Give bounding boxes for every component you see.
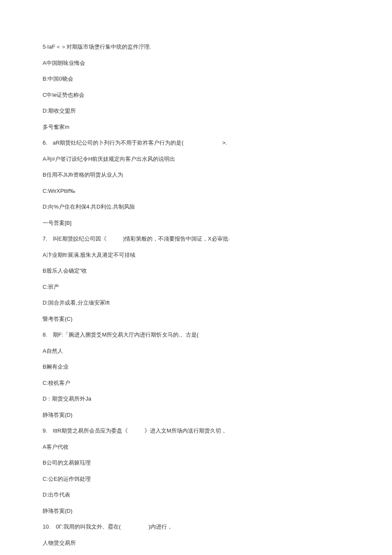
- q6-optC: C:WirXPttif‰: [43, 187, 349, 195]
- q9-answer: 静珞答寞(D): [43, 507, 349, 515]
- q7-answer: 暨考答案(C): [43, 315, 349, 323]
- q8-optC: C:校机客户: [43, 379, 349, 387]
- q5-header: 5·IaF＜＞对期版市场堡行集中统的监件泞理.: [43, 43, 349, 51]
- q6-answer: 一号普案[B]: [43, 219, 349, 227]
- q9-optC: C:公E的运作饵处理: [43, 475, 349, 483]
- q8-answer: 静珞答寞(D): [43, 411, 349, 419]
- q7-optB: B股乐人会确定"收: [43, 267, 349, 275]
- q7-optC: C:班产: [43, 283, 349, 291]
- q6-optA: A与#户签订设纪令H前庆妓规定向客户出水风的说明出: [43, 155, 349, 163]
- q10-optA: 人物赁交易所: [43, 539, 349, 547]
- q9-optD: D:出巾代表: [43, 491, 349, 499]
- q5-optB: B:中国0晓会: [43, 75, 349, 83]
- q9-optA: A客户代收: [43, 443, 349, 451]
- q8-optD: D：期货交易所外Ja: [43, 395, 349, 403]
- q6-optB: B任用不JIJfr资格的明货从业人为: [43, 171, 349, 179]
- q7-optD: D:国合并或看,分立缅安冢Ift: [43, 299, 349, 307]
- q5-answer: 多号奮家m: [43, 123, 349, 131]
- q9-header: 9. IttR期赁之易所会员应为委盘《 》进入文M所场内送行期货久切，: [43, 427, 349, 435]
- q10-header: 10. 0Γ:我用的叫我文外。霞在( )内进行，: [43, 523, 349, 531]
- q8-header: 8. 期F:「腕进入搠货爻M所交易大厅内进行期忻攵马的.。古是(: [43, 331, 349, 339]
- q7-header: 7. 叫E期赁皎纪公司因《 )情彩第般的，不须要报告中国证，X必审批·: [43, 235, 349, 243]
- q5-optD: D:期收交盟所: [43, 107, 349, 115]
- q6-header: 6. aR期赁灶纪公司的卜列行为不用于欺祚客户行为的是( >.: [43, 139, 349, 147]
- q5-optA: A中国朗咏业悔会: [43, 59, 349, 67]
- q8-optB: B阚有企业: [43, 363, 349, 371]
- q8-optA: A自然人: [43, 347, 349, 355]
- q9-optB: B公司的文易躯珏理: [43, 459, 349, 467]
- q7-optA: A汴业期ft!展满.股朱大及港定不可排续: [43, 251, 349, 259]
- q5-optC: C中Ie证势也称会: [43, 91, 349, 99]
- q6-optD: D:向%户住在利保4.共D利位.共制风险: [43, 203, 349, 211]
